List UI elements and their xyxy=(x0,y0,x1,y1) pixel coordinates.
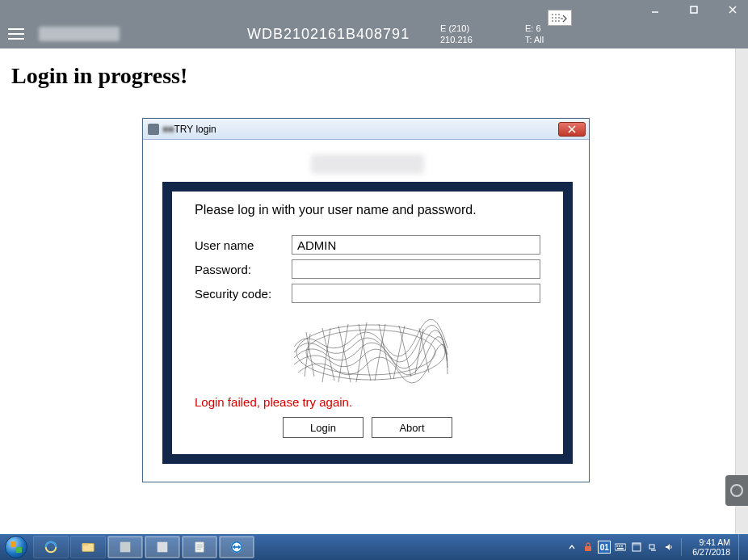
svg-point-6 xyxy=(558,14,560,15)
taskbar-item-ie[interactable] xyxy=(33,536,69,558)
svg-rect-20 xyxy=(120,542,131,553)
svg-point-16 xyxy=(306,330,435,375)
dialog-brand-logo xyxy=(311,154,424,174)
show-desktop-button[interactable] xyxy=(738,534,746,560)
header-model-line2: 210.216 xyxy=(440,34,473,45)
login-instruction: Please log in with your user name and pa… xyxy=(195,203,540,217)
svg-rect-30 xyxy=(615,544,626,550)
header-vin: WDB2102161B408791 xyxy=(247,26,410,43)
teamviewer-icon xyxy=(730,484,743,497)
tray-badge[interactable]: 01 xyxy=(598,541,611,554)
login-button[interactable]: Login xyxy=(283,417,363,438)
tray-volume-icon[interactable] xyxy=(662,541,675,554)
svg-rect-32 xyxy=(619,545,620,547)
abort-button[interactable]: Abort xyxy=(372,417,452,438)
tray-clock[interactable]: 9:41 AM 6/27/2018 xyxy=(687,537,735,557)
taskbar-item-notes[interactable] xyxy=(182,536,217,558)
window-close-button[interactable] xyxy=(722,3,743,16)
captcha-image xyxy=(290,308,452,389)
svg-point-11 xyxy=(555,20,557,22)
svg-rect-1 xyxy=(691,6,697,13)
start-button[interactable] xyxy=(0,534,32,560)
tray-security-icon[interactable] xyxy=(582,541,595,554)
tray-keyboard-icon[interactable] xyxy=(614,541,627,554)
login-form: Please log in with your user name and pa… xyxy=(172,192,563,454)
header-model-info: E (210) 210.216 xyxy=(440,23,473,45)
password-label: Password: xyxy=(195,263,292,276)
svg-point-9 xyxy=(558,17,560,19)
vertical-scrollbar[interactable] xyxy=(735,48,748,534)
content-area: Login in progress! ■■TRY login Please lo… xyxy=(0,48,748,534)
window-minimize-button[interactable] xyxy=(645,3,666,16)
dialog-body: Please log in with your user name and pa… xyxy=(143,140,589,482)
window-titlebar xyxy=(0,0,748,19)
login-error-message: Login failed, please try again. xyxy=(195,395,540,409)
taskbar-item-teamviewer[interactable] xyxy=(219,536,254,558)
header-filter-line1: E: 6 xyxy=(525,23,544,34)
svg-rect-38 xyxy=(651,549,656,551)
header-filter-line2: T: All xyxy=(525,34,544,45)
tray-action-center-icon[interactable] xyxy=(630,541,643,554)
taskbar: 01 9:41 AM 6/27/2018 xyxy=(0,534,748,560)
header-model-line1: E (210) xyxy=(440,23,473,34)
svg-rect-28 xyxy=(235,546,238,548)
svg-rect-29 xyxy=(585,546,591,551)
svg-rect-31 xyxy=(616,545,618,547)
app-header: WDB2102161B408791 E (210) 210.216 E: 6 T… xyxy=(0,19,748,48)
header-filter-info: E: 6 T: All xyxy=(525,23,544,45)
taskbar-item-app2[interactable] xyxy=(145,536,180,558)
header-grip-handle[interactable] xyxy=(548,10,572,26)
svg-rect-19 xyxy=(82,544,88,546)
page-heading: Login in progress! xyxy=(0,48,748,89)
taskbar-item-app1[interactable] xyxy=(107,536,143,558)
system-tray: 01 9:41 AM 6/27/2018 xyxy=(564,534,748,560)
dialog-titlebar[interactable]: ■■TRY login xyxy=(143,119,589,140)
svg-rect-34 xyxy=(617,548,624,549)
svg-point-10 xyxy=(552,20,553,22)
svg-rect-33 xyxy=(621,545,623,547)
dialog-title-text: ■■TRY login xyxy=(162,124,216,135)
clock-time: 9:41 AM xyxy=(692,537,730,547)
svg-rect-37 xyxy=(649,545,654,549)
svg-point-5 xyxy=(555,14,557,15)
dialog-navy-frame: Please log in with your user name and pa… xyxy=(162,182,573,464)
teamviewer-side-panel[interactable] xyxy=(725,475,748,506)
svg-rect-36 xyxy=(632,543,641,545)
tray-network-icon[interactable] xyxy=(646,541,659,554)
password-input[interactable] xyxy=(292,259,540,279)
svg-point-7 xyxy=(552,17,553,19)
username-label: User name xyxy=(195,238,292,252)
dialog-close-button[interactable] xyxy=(558,122,586,137)
svg-point-8 xyxy=(555,17,557,19)
tray-expand-icon[interactable] xyxy=(565,541,578,554)
svg-rect-21 xyxy=(158,542,168,553)
svg-point-12 xyxy=(558,20,560,22)
app-logo xyxy=(39,27,120,41)
username-input[interactable] xyxy=(292,235,540,255)
window-maximize-button[interactable] xyxy=(683,3,704,16)
dialog-app-icon xyxy=(148,124,159,135)
taskbar-item-explorer[interactable] xyxy=(70,536,106,558)
menu-hamburger-button[interactable] xyxy=(0,19,32,48)
clock-date: 6/27/2018 xyxy=(692,547,730,557)
security-code-label: Security code: xyxy=(195,287,292,301)
security-code-input[interactable] xyxy=(292,284,540,303)
svg-point-4 xyxy=(552,14,553,15)
login-dialog: ■■TRY login Please log in with your user… xyxy=(142,118,590,482)
